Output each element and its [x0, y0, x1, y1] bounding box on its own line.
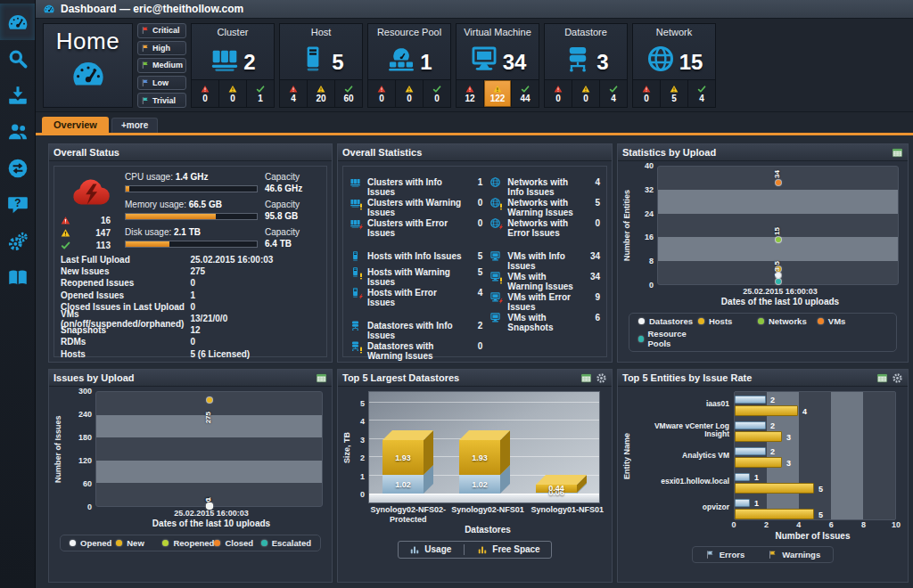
gridline	[369, 402, 599, 403]
legend-item-resource-pools[interactable]: Resource Pools	[638, 329, 698, 348]
sidebar-item-shuffle[interactable]	[0, 150, 35, 186]
legend-item-reopened[interactable]: Reopened	[162, 538, 214, 548]
sidebar-item-book[interactable]	[0, 259, 35, 296]
error-cell[interactable]: 12	[456, 80, 484, 107]
legend-item-warnings[interactable]: Warnings	[768, 550, 820, 559]
entity-card-resource-pool[interactable]: Resource Pool1000	[367, 23, 451, 108]
ok-cell[interactable]: 1	[247, 80, 274, 107]
datastore-icon	[563, 44, 593, 74]
ok-cell[interactable]: 44	[512, 80, 539, 107]
legend-item-errors[interactable]: Errors	[705, 550, 745, 559]
y-axis: 0816243240	[634, 166, 657, 285]
sidebar-item-download[interactable]	[0, 77, 35, 113]
legend-item-new[interactable]: New	[116, 538, 162, 548]
table-icon[interactable]	[876, 372, 888, 384]
entity-card-datastore[interactable]: Datastore3004	[544, 23, 628, 108]
severity-low-button[interactable]: Low	[137, 76, 186, 91]
bar-synology02-nfs02-protected: 1.021.93	[382, 440, 424, 494]
warning-overlay-icon	[498, 203, 505, 210]
legend-item-opened[interactable]: Opened	[70, 538, 116, 548]
error-cell[interactable]: 0	[633, 80, 661, 107]
legend-dot-icon	[698, 318, 704, 324]
stat-value: 5	[466, 250, 482, 261]
severity-trivial-button[interactable]: Trivial	[137, 93, 186, 108]
entity-card-network[interactable]: Network15054	[632, 23, 716, 108]
severity-medium-button[interactable]: Medium	[137, 58, 186, 73]
scatter-chart: Number of Issues060120180240300000275125…	[53, 391, 327, 577]
legend-item-closed[interactable]: Closed	[214, 538, 260, 548]
ok-cell[interactable]: 4	[600, 80, 627, 107]
legend-item-usage[interactable]: Usage	[409, 544, 451, 555]
legend-item-datastores[interactable]: Datastores	[638, 316, 698, 326]
warning-cell[interactable]: 0	[572, 80, 600, 107]
warning-cell[interactable]: 0	[219, 80, 247, 107]
x-tick-label: 2	[764, 520, 769, 529]
bar3d-chart: Size, TB0123451.021.931.021.930.060.44Sy…	[342, 391, 607, 577]
sidebar-item-help[interactable]: ?	[0, 186, 35, 223]
panel-header: Overall Statistics	[338, 144, 612, 161]
legend-label: Closed	[225, 538, 253, 548]
sidebar-item-search[interactable]	[0, 40, 35, 77]
entity-card-cluster[interactable]: Cluster2001	[191, 23, 275, 108]
stat-value: 34	[584, 250, 600, 261]
x-axis-title: Dates of the last 10 uploads	[657, 297, 903, 310]
sidebar-item-users[interactable]	[0, 113, 35, 150]
legend-item-escalated[interactable]: Escalated	[261, 538, 311, 548]
ok-cell[interactable]: 0	[424, 80, 450, 107]
warning-cell[interactable]: 0	[396, 80, 424, 107]
stat-group: Clusters with Info Issues1Clusters with …	[350, 176, 482, 238]
data-point-vms	[776, 180, 781, 185]
tab-overview[interactable]: Overview	[42, 117, 109, 133]
warning-cell[interactable]: 122	[484, 80, 512, 107]
error-cell[interactable]: 0	[192, 80, 219, 107]
error-cell[interactable]: 0	[368, 80, 396, 107]
legend-item-free-space[interactable]: Free Space	[477, 544, 539, 555]
usage-progress-fill	[126, 186, 129, 192]
table-icon[interactable]	[892, 147, 903, 159]
table-icon[interactable]	[316, 372, 327, 384]
gear-icon[interactable]	[596, 372, 607, 384]
cluster-icon	[210, 44, 240, 74]
host-icon	[350, 250, 363, 263]
sidebar-item-trend-chart[interactable]	[0, 332, 35, 369]
sidebar-item-pie-chart[interactable]	[0, 296, 35, 332]
legend-item-vms[interactable]: VMs	[818, 316, 877, 326]
alert-summary-row: 16	[61, 214, 119, 226]
home-widget[interactable]: Home	[43, 23, 133, 108]
x-tick-label: 6	[829, 520, 834, 529]
y-tick-label: 40	[645, 161, 654, 170]
flag-icon	[141, 78, 150, 87]
status-count: 0	[202, 94, 208, 103]
tab-more[interactable]: +more	[111, 118, 158, 133]
severity-high-button[interactable]: High	[137, 41, 186, 56]
row-value: 0	[191, 278, 196, 288]
bar-value-label: 2	[770, 421, 775, 430]
severity-critical-button[interactable]: Critical	[137, 23, 186, 38]
gauge-icon	[6, 11, 29, 34]
entity-card-virtual-machine[interactable]: Virtual Machine341212244	[456, 23, 539, 108]
legend-dot-icon	[638, 336, 644, 342]
y-tick-label: 300	[78, 387, 92, 396]
error-cell[interactable]: 4	[280, 80, 308, 107]
stat-value: 5	[584, 197, 600, 208]
gear-icon[interactable]	[892, 372, 903, 384]
sidebar-item-gears[interactable]	[0, 223, 35, 259]
usage-progress-fill	[126, 241, 169, 247]
warning-cell[interactable]: 20	[308, 80, 335, 107]
panel-overall-statistics: Overall Statistics Clusters with Info Is…	[337, 143, 613, 363]
severity-label: Medium	[152, 61, 183, 69]
entity-card-host[interactable]: Host542060	[279, 23, 363, 108]
ok-cell[interactable]: 4	[688, 80, 715, 107]
status-count: 122	[490, 94, 506, 103]
legend-item-networks[interactable]: Networks	[758, 316, 818, 326]
warning-cell[interactable]: 5	[661, 80, 688, 107]
sidebar-item-gauge[interactable]	[0, 4, 35, 40]
ok-cell[interactable]: 60	[335, 80, 362, 107]
table-icon[interactable]	[580, 372, 592, 384]
error-cell[interactable]: 0	[545, 80, 572, 107]
cluster-icon	[350, 176, 363, 189]
row-value: 13/21/0/0	[191, 314, 228, 323]
errors-bar	[735, 421, 766, 429]
data-point-label: 275	[205, 412, 212, 423]
legend-item-hosts[interactable]: Hosts	[698, 316, 758, 326]
